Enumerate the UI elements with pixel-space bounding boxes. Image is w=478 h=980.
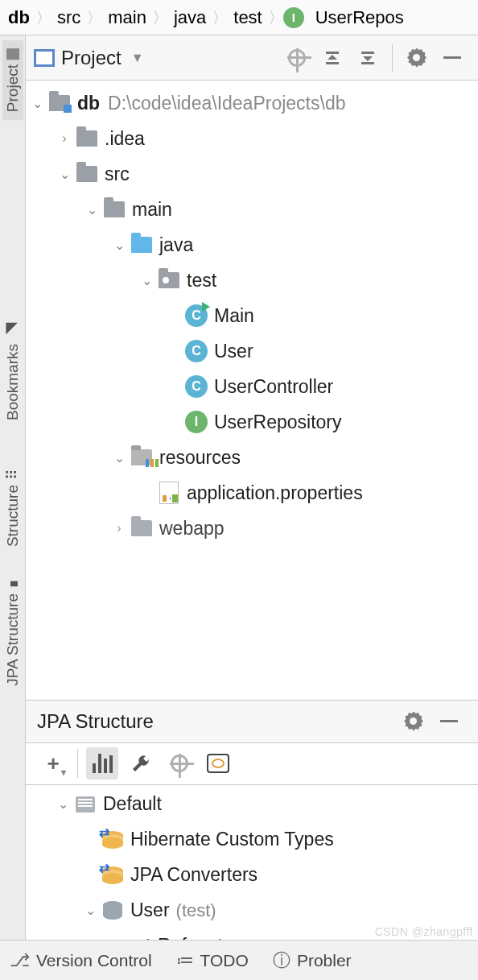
tree-label: application.properties bbox=[187, 482, 363, 504]
chevron-down-icon[interactable]: ⌄ bbox=[109, 238, 129, 253]
crumb-db[interactable]: db bbox=[8, 7, 30, 28]
bottom-vcs[interactable]: ⎇ Version Control bbox=[10, 950, 152, 971]
tree-label: UserController bbox=[214, 376, 333, 398]
add-button[interactable]: + bbox=[37, 747, 69, 779]
breadcrumb-sep: 〉 bbox=[87, 8, 101, 27]
gutter-structure-label: Structure bbox=[4, 485, 22, 547]
class-icon: C bbox=[185, 340, 208, 362]
gutter-project-tab[interactable]: Project bbox=[2, 40, 23, 120]
watermark: CSDN @zhangpfff bbox=[375, 925, 473, 938]
folder-icon bbox=[104, 201, 125, 217]
chevron-down-icon[interactable]: ⌄ bbox=[27, 96, 47, 111]
tree-node-usercontroller[interactable]: · C UserController bbox=[27, 369, 478, 404]
bottom-problems[interactable]: ⓘ Probler bbox=[273, 949, 352, 973]
breadcrumb-sep: 〉 bbox=[212, 8, 227, 27]
project-tree[interactable]: ⌄ db D:\code\idea\IdeaProjects\db › .ide… bbox=[26, 81, 478, 700]
bottom-toolbar: ⎇ Version Control ≔ TODO ⓘ Probler bbox=[0, 940, 478, 980]
target-icon bbox=[171, 755, 188, 772]
tree-label: webapp bbox=[159, 518, 225, 540]
jpa-user-entity[interactable]: ⌄ User (test) bbox=[26, 893, 478, 928]
jpa-tree[interactable]: ⌄ Default · Hibernate Custom Types · JPA… bbox=[26, 785, 478, 941]
crumb-src[interactable]: src bbox=[57, 7, 80, 28]
module-icon bbox=[49, 95, 70, 111]
diagram-button[interactable] bbox=[86, 747, 118, 779]
folder-icon bbox=[131, 520, 152, 536]
gutter-structure-tab[interactable]: Structure ⠿ bbox=[2, 461, 23, 555]
chevron-down-icon[interactable]: ▼ bbox=[131, 51, 144, 65]
breadcrumb-sep: 〉 bbox=[269, 8, 283, 27]
hide-button[interactable] bbox=[436, 709, 462, 734]
tree-label: UserRepository bbox=[214, 411, 342, 433]
tree-node-idea[interactable]: › .idea bbox=[27, 121, 478, 156]
gutter-project-label: Project bbox=[4, 64, 22, 112]
chevron-down-icon[interactable]: ⌄ bbox=[82, 202, 101, 217]
settings-button[interactable] bbox=[404, 45, 430, 71]
tree-node-webapp[interactable]: › webapp bbox=[27, 511, 478, 546]
tree-node-userrepository[interactable]: · I UserRepository bbox=[27, 404, 478, 440]
minimize-icon bbox=[440, 720, 458, 722]
tree-label: .idea bbox=[105, 128, 145, 150]
minimize-icon bbox=[443, 56, 461, 59]
tree-label: db bbox=[77, 93, 100, 114]
chevron-down-icon[interactable]: ⌄ bbox=[80, 903, 100, 918]
gutter-bookmarks-tab[interactable]: Bookmarks ◢ bbox=[2, 313, 23, 428]
chevron-right-icon[interactable]: › bbox=[55, 131, 74, 146]
gear-icon bbox=[407, 48, 426, 68]
jpa-toolbar: + bbox=[26, 743, 478, 785]
bottom-todo[interactable]: ≔ TODO bbox=[176, 950, 249, 971]
settings-button[interactable] bbox=[401, 709, 426, 734]
tree-label: User bbox=[214, 341, 253, 362]
separator bbox=[77, 749, 78, 778]
crumb-main[interactable]: main bbox=[108, 7, 146, 28]
folder-icon bbox=[6, 48, 19, 60]
tree-node-src[interactable]: ⌄ src bbox=[27, 156, 478, 192]
chevron-down-icon[interactable]: ⌄ bbox=[53, 796, 72, 812]
expand-all-button[interactable] bbox=[319, 45, 345, 71]
jpa-default-node[interactable]: ⌄ Default bbox=[26, 787, 478, 822]
tree-root[interactable]: ⌄ db D:\code\idea\IdeaProjects\db bbox=[27, 85, 478, 121]
tree-node-java[interactable]: ⌄ java bbox=[27, 227, 478, 263]
crumb-java[interactable]: java bbox=[174, 7, 206, 28]
chevron-down-icon[interactable]: ⌄ bbox=[55, 167, 74, 182]
jpa-package: (test) bbox=[176, 900, 216, 921]
breadcrumb[interactable]: db 〉 src 〉 main 〉 java 〉 test 〉 I UserRe… bbox=[0, 0, 478, 35]
collapse-all-button[interactable] bbox=[355, 45, 381, 71]
tree-node-main-class[interactable]: · C Main bbox=[27, 298, 478, 333]
tree-node-resources[interactable]: ⌄ resources bbox=[27, 440, 478, 475]
bottom-problems-label: Probler bbox=[297, 951, 352, 970]
jpa-converters[interactable]: · JPA Converters bbox=[26, 858, 478, 893]
tree-node-user-class[interactable]: · C User bbox=[27, 333, 478, 369]
jpa-label: Default bbox=[103, 793, 162, 815]
bars-icon bbox=[93, 754, 113, 773]
jpa-hibernate-types[interactable]: · Hibernate Custom Types bbox=[26, 822, 478, 858]
project-panel-header: Project ▼ bbox=[26, 35, 478, 81]
tree-node-main[interactable]: ⌄ main bbox=[27, 192, 478, 227]
left-tool-gutter: Project Bookmarks ◢ Structure ⠿ JPA Stru… bbox=[0, 35, 26, 940]
preview-button[interactable] bbox=[202, 747, 234, 779]
crumb-test[interactable]: test bbox=[233, 7, 262, 28]
jpa-panel-header: JPA Structure bbox=[26, 700, 478, 743]
breadcrumb-sep: 〉 bbox=[36, 8, 51, 27]
crumb-file[interactable]: UserRepos bbox=[315, 7, 404, 28]
chevron-right-icon[interactable]: › bbox=[109, 521, 129, 535]
project-panel-title[interactable]: Project bbox=[61, 47, 122, 69]
converters-icon bbox=[102, 866, 123, 884]
tree-node-appprops[interactable]: · application.properties bbox=[27, 475, 478, 511]
select-opened-file-button[interactable] bbox=[284, 45, 310, 71]
package-icon bbox=[159, 272, 179, 288]
class-icon: C bbox=[185, 375, 208, 398]
gutter-jpa-tab[interactable]: JPA Structure ∎ bbox=[2, 571, 23, 694]
chevron-down-icon[interactable]: ⌄ bbox=[137, 273, 156, 288]
tree-path: D:\code\idea\IdeaProjects\db bbox=[108, 93, 345, 114]
persistence-unit-icon bbox=[76, 796, 95, 813]
separator bbox=[392, 44, 393, 72]
tree-label: resources bbox=[159, 447, 241, 469]
types-icon bbox=[102, 831, 123, 849]
settings-tool-button[interactable] bbox=[125, 747, 157, 779]
target-button[interactable] bbox=[163, 747, 196, 779]
tree-node-test[interactable]: ⌄ test bbox=[27, 263, 478, 298]
breadcrumb-sep: 〉 bbox=[153, 8, 167, 27]
jpa-icon: ∎ bbox=[4, 579, 22, 589]
chevron-down-icon[interactable]: ⌄ bbox=[109, 450, 129, 465]
hide-button[interactable] bbox=[439, 45, 465, 71]
